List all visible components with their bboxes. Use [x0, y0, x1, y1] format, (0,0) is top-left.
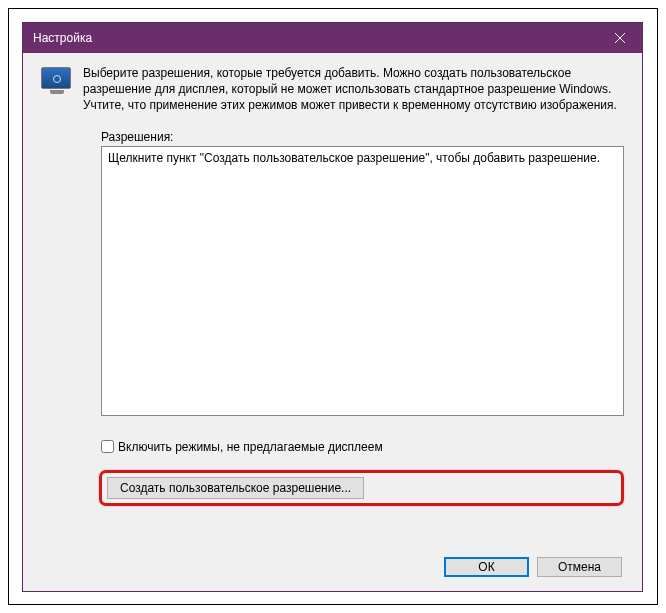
resolutions-listbox[interactable]: Щелкните пункт "Создать пользовательское…: [101, 146, 624, 416]
monitor-icon: [41, 67, 73, 99]
dialog-footer: ОК Отмена: [41, 557, 624, 577]
screenshot-frame: Настройка Выберите разрешения, которые т…: [8, 8, 658, 605]
resolutions-label: Разрешения:: [101, 130, 624, 144]
ok-button[interactable]: ОК: [444, 557, 529, 577]
create-button-highlight: Создать пользовательское разрешение...: [99, 470, 624, 506]
dialog-window: Настройка Выберите разрешения, которые т…: [22, 22, 643, 592]
dialog-content: Выберите разрешения, которые требуется д…: [23, 53, 642, 591]
intro-text: Выберите разрешения, которые требуется д…: [83, 65, 624, 114]
include-modes-checkbox[interactable]: [101, 440, 114, 453]
window-title: Настройка: [33, 31, 92, 45]
close-icon: [615, 33, 625, 43]
create-custom-resolution-button[interactable]: Создать пользовательское разрешение...: [107, 477, 364, 499]
titlebar: Настройка: [23, 23, 642, 53]
include-modes-checkbox-row[interactable]: Включить режимы, не предлагаемые дисплее…: [101, 440, 624, 454]
intro-row: Выберите разрешения, которые требуется д…: [41, 65, 624, 114]
resolutions-hint: Щелкните пункт "Создать пользовательское…: [108, 151, 617, 165]
cancel-button[interactable]: Отмена: [537, 557, 622, 577]
include-modes-label: Включить режимы, не предлагаемые дисплее…: [118, 440, 383, 454]
close-button[interactable]: [597, 23, 642, 53]
